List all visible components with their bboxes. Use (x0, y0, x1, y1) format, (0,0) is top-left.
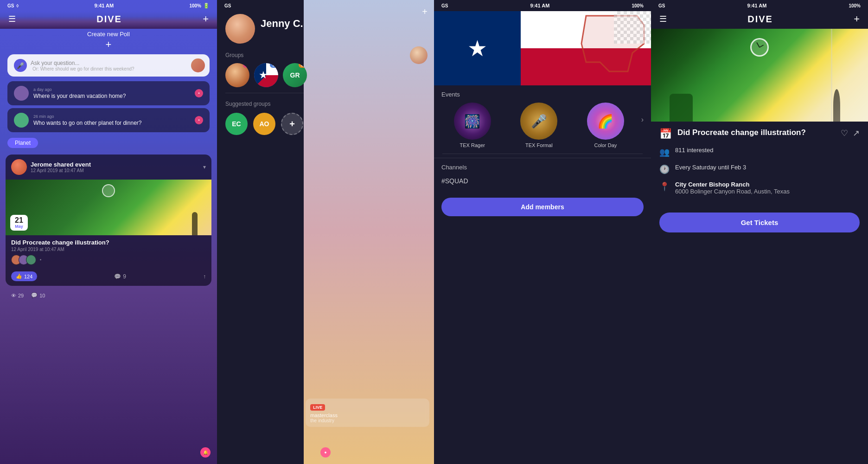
poll-badge-1: • (195, 89, 203, 97)
comment-count: 9 (123, 273, 126, 280)
channel-squad[interactable]: #SQUAD (441, 175, 644, 187)
views-count: 29 (18, 293, 24, 298)
phone-3: GS 9:41 AM 100% ★ Events (434, 0, 651, 464)
divider-3 (442, 154, 643, 154)
suggested-group-ao[interactable]: AO (253, 113, 275, 135)
status-right-4: 100% (849, 3, 861, 8)
shared-event-card[interactable]: Jerome shared event 12 April 2019 at 10:… (6, 155, 211, 286)
group-item-2[interactable]: ★ 15 (254, 63, 278, 87)
profile-avatar-image (225, 14, 255, 44)
mic-icon[interactable]: 🎤 (14, 59, 27, 72)
notification-dot-1[interactable]: 🔔 (200, 447, 211, 458)
menu-icon-4[interactable]: ☰ (659, 14, 667, 24)
profile-avatar (225, 14, 255, 44)
status-bar-4: GS 9:41 AM 100% (651, 0, 868, 11)
status-right-1: 100% 🔋 (189, 3, 210, 9)
comments-stat: 💬 10 (31, 292, 45, 298)
shared-event-avatar (11, 159, 27, 175)
group-item-1[interactable]: 5 (225, 63, 249, 87)
heart-icon[interactable]: ♡ (841, 128, 848, 138)
shared-event-time: 12 April 2019 at 10:47 AM (31, 168, 199, 173)
date-badge: 21 May (10, 215, 28, 231)
event-name-formal: TEX Formal (525, 142, 553, 148)
poll-item-1[interactable]: a day ago Where is your dream vacation h… (7, 81, 210, 105)
event-subtitle: 12 April 2019 at 10:47 AM (11, 247, 206, 252)
get-tickets-button[interactable]: Get Tickets (659, 213, 860, 232)
venue-row: 📍 City Center Bishop Ranch 6000 Bolinger… (659, 181, 860, 195)
live-subtext: the industry (310, 418, 425, 423)
comment-action[interactable]: 💬 9 (114, 273, 126, 280)
menu-icon-1[interactable]: ☰ (8, 14, 16, 24)
group-item-3[interactable]: GR 34 (283, 63, 307, 87)
share-icon-4[interactable]: ↗ (853, 128, 860, 138)
suggested-group-add[interactable]: + (281, 113, 303, 135)
pagination-dot-2[interactable]: ● (320, 447, 331, 458)
comments-count: 10 (39, 293, 45, 298)
share-icon: ↑ (203, 273, 206, 280)
people-icon: 👥 (659, 147, 670, 157)
event-hero (651, 29, 868, 122)
events-section: Events 🎆 TEX Rager 🎤 TEX Formal 🌈 Color … (434, 85, 651, 152)
phone-2: GS 9:41 AM 100% + Jenny C. ⚙ 🔔 Groups 5 (217, 0, 434, 464)
live-card: LIVE masterclass the industry (306, 399, 429, 427)
location-icon: 📍 (659, 181, 670, 192)
interested-row: 👥 811 interested (659, 147, 860, 157)
chevron-down-icon[interactable]: ▾ (203, 164, 206, 170)
suggested-group-ec[interactable]: EC (225, 113, 248, 135)
group-badge-1: 5 (243, 63, 249, 68)
schedule-row: 🕐 Every Saturday until Feb 3 (659, 164, 860, 174)
like-button[interactable]: 👍 124 (11, 271, 37, 281)
answer-pill[interactable]: Planet (7, 138, 38, 148)
comment-icon: 💬 (114, 273, 121, 280)
event-circle-color: 🌈 (587, 103, 624, 140)
like-icon: 👍 (16, 273, 22, 279)
checkerboard-bg (614, 11, 651, 44)
poll-avatar-2 (14, 113, 29, 128)
figure-silhouette (192, 212, 198, 235)
group-initials-3: GR (290, 71, 300, 79)
overlap-plus-icon[interactable]: + (422, 6, 428, 17)
bottom-stats-1: 👁 29 💬 10 (0, 290, 217, 301)
event-item-rager[interactable]: 🎆 TEX Rager (441, 103, 504, 148)
flag-blue-section: ★ (434, 11, 521, 85)
header-1: ☰ DIVE + (0, 11, 217, 29)
venue-name: City Center Bishop Ranch (675, 181, 860, 188)
comment-stat-icon: 💬 (31, 292, 38, 298)
add-members-button[interactable]: Add members (441, 198, 644, 216)
dot-icon-2: ● (324, 450, 326, 455)
formal-icon: 🎤 (531, 114, 547, 129)
event-item-formal[interactable]: 🎤 TEX Formal (508, 103, 570, 148)
like-count: 124 (24, 274, 32, 279)
user-avatar-poll (191, 58, 205, 72)
header-4: ☰ DIVE + (651, 11, 868, 29)
add-icon-4[interactable]: + (854, 13, 860, 25)
carrier-4: GS (658, 3, 665, 8)
clock-icon-4: 🕐 (659, 164, 670, 174)
live-text: masterclass (310, 412, 425, 418)
texas-star: ★ (467, 35, 487, 61)
group-badge-3: 34 (299, 63, 307, 68)
attendee-more: • (40, 258, 41, 262)
time-4: 9:41 AM (747, 3, 767, 8)
schedule-text: Every Saturday until Feb 3 (675, 164, 746, 171)
clock-decoration (750, 38, 769, 57)
app-title-1: DIVE (96, 14, 122, 25)
poll-text-1: Where is your dream vacation home? (33, 93, 190, 99)
eye-icon: 👁 (11, 293, 16, 298)
chair-shape (670, 94, 693, 122)
battery-icon-1: 🔋 (203, 3, 210, 9)
carrier-1: GS ◊ (7, 3, 19, 8)
date-day: 21 (14, 217, 24, 224)
time-3: 9:41 AM (530, 3, 550, 8)
events-chevron-right[interactable]: › (641, 116, 644, 124)
poll-item-2[interactable]: 26 min ago Who wants to go on other plan… (7, 108, 210, 132)
event-item-color[interactable]: 🌈 Color Day (574, 103, 637, 148)
share-action[interactable]: ↑ (203, 273, 206, 280)
live-badge: LIVE (310, 404, 325, 411)
feed-area: a day ago Where is your dream vacation h… (0, 81, 217, 132)
add-icon-1[interactable]: + (203, 13, 209, 25)
event-circle-rager: 🎆 (454, 103, 491, 140)
time-1: 9:41 AM (94, 3, 114, 8)
create-poll-plus[interactable]: + (0, 39, 217, 51)
color-icon: 🌈 (597, 114, 613, 129)
